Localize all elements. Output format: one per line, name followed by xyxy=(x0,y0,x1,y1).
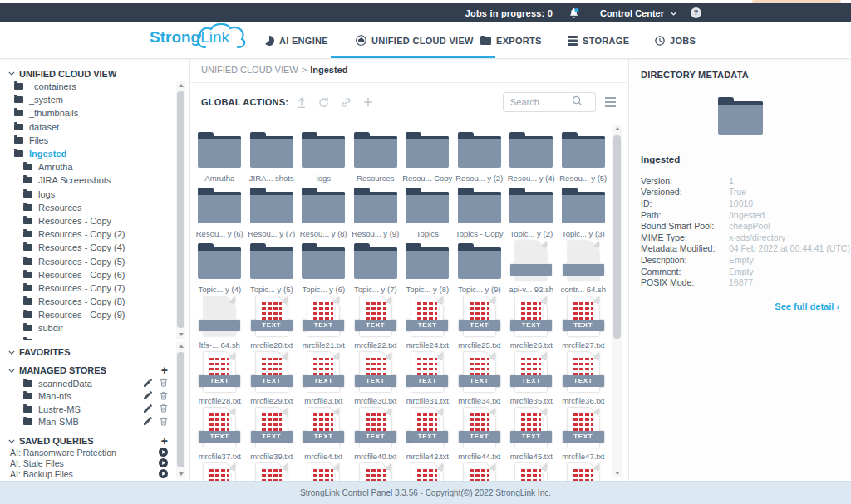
grid-item-resou-y-2[interactable]: Resou... y (2) xyxy=(454,130,506,185)
grid-item-topic-y-9[interactable]: Topic... y (9) xyxy=(454,241,506,296)
sidebar-item-amrutha[interactable]: Amrutha xyxy=(0,160,189,174)
grid-item-mrcfile45-txt[interactable]: TEXTmrcfile45.txt xyxy=(505,408,558,463)
edit-icon[interactable] xyxy=(144,417,152,427)
grid-item-mrcfile27-txt[interactable]: TEXTmrcfile27.txt xyxy=(558,296,610,352)
grid-item-resou-y-9[interactable]: Resou... y (9) xyxy=(350,185,402,241)
grid-item-topic-y-6[interactable]: Topic... y (6) xyxy=(298,241,350,296)
managed-store-scanneddata[interactable]: scannedData xyxy=(0,377,189,390)
grid-item-mrcfile25-txt[interactable]: TEXTmrcfile25.txt xyxy=(454,296,506,352)
sidebar-item-files[interactable]: Files xyxy=(0,134,189,147)
edit-icon[interactable] xyxy=(144,404,152,414)
sidebar-item-resources[interactable]: Resources xyxy=(0,201,189,214)
sidebar-item-resources-copy-7[interactable]: Resources - Copy (7) xyxy=(0,281,189,295)
grid-item-contr-64-sh[interactable]: contr... 64.sh xyxy=(558,241,610,296)
sidebar-item-resources-copy-8[interactable]: Resources - Copy (8) xyxy=(0,295,189,308)
grid-item-mrcfile4-txt[interactable]: TEXTmrcfile4.txt xyxy=(298,408,350,463)
sidebar-section-unified-cloud-view[interactable]: UNIFIED CLOUD VIEW xyxy=(0,58,189,80)
chevron-down-icon[interactable] xyxy=(670,11,677,16)
grid-item-mrcfile47-txt[interactable]: TEXTmrcfile47.txt xyxy=(558,408,610,463)
add-icon[interactable] xyxy=(363,97,373,107)
breadcrumb-root[interactable]: UNIFIED CLOUD VIEW xyxy=(201,65,298,75)
grid-item-mrcfile3-txt[interactable]: TEXTmrcfile3.txt xyxy=(298,352,350,408)
grid-item-mrcfile29-txt[interactable]: TEXTmrcfile29.txt xyxy=(246,352,298,408)
grid-item-mrcfile35-txt[interactable]: TEXTmrcfile35.txt xyxy=(505,352,558,408)
edit-icon[interactable] xyxy=(144,379,152,389)
sidebar-item-system[interactable]: _system xyxy=(0,93,189,106)
grid-item-topics[interactable]: Topics xyxy=(401,185,454,241)
sidebar-section-saved-queries[interactable]: SAVED QUERIES + xyxy=(0,428,189,447)
grid-item-partial[interactable]: TEXT xyxy=(558,463,610,482)
grid-item-topic-y-3[interactable]: Topic... y (3) xyxy=(558,185,610,241)
link-icon[interactable] xyxy=(341,97,352,108)
saved-query-ai-ransomware-protection[interactable]: AI: Ransomware Protection xyxy=(0,447,189,458)
grid-item-resources[interactable]: Resources xyxy=(350,130,402,185)
grid-item-mrcfile22-txt[interactable]: TEXTmrcfile22.txt xyxy=(350,296,402,352)
grid-scrollbar[interactable] xyxy=(612,125,622,477)
grid-item-resou-y-8[interactable]: Resou... y (8) xyxy=(298,185,350,241)
grid-item-api-v-92-sh[interactable]: api-v... 92.sh xyxy=(505,241,558,296)
managed-store-man-smb[interactable]: Man-SMB xyxy=(0,416,189,429)
run-query-icon[interactable] xyxy=(159,458,168,467)
delete-icon[interactable] xyxy=(160,417,168,428)
grid-item-partial[interactable]: TEXT xyxy=(350,463,402,482)
grid-item-resou-copy[interactable]: Resou... Copy xyxy=(401,130,454,185)
grid-item-mrcfile26-txt[interactable]: TEXTmrcfile26.txt xyxy=(505,296,558,352)
delete-icon[interactable] xyxy=(160,378,168,389)
grid-item-partial[interactable]: TEXT xyxy=(454,463,506,482)
see-full-detail-link[interactable]: See full detail › xyxy=(775,301,839,311)
grid-item-mrcfile30-txt[interactable]: TEXTmrcfile30.txt xyxy=(350,352,402,408)
grid-item-partial[interactable]: TEXT xyxy=(401,463,454,482)
bell-icon[interactable] xyxy=(568,7,580,19)
edit-icon[interactable] xyxy=(144,391,152,401)
grid-item-partial[interactable]: TEXT xyxy=(246,463,298,482)
sidebar-item-resources-copy[interactable]: Resources - Copy xyxy=(0,214,189,228)
sidebar-lower-scrollbar[interactable] xyxy=(176,342,185,478)
upload-icon[interactable] xyxy=(297,97,307,108)
grid-item-mrcfile36-txt[interactable]: TEXTmrcfile36.txt xyxy=(558,352,610,408)
grid-item-partial[interactable]: TEXT xyxy=(194,463,246,482)
tab-ai-engine[interactable]: AI ENGINE xyxy=(264,22,328,58)
search-icon[interactable] xyxy=(572,95,583,110)
managed-store-man-nfs[interactable]: Man-nfs xyxy=(0,390,189,404)
grid-item-topic-y-7[interactable]: Topic... y (7) xyxy=(350,241,402,296)
sidebar-item-resources-copy-4[interactable]: Resources - Copy (4) xyxy=(0,241,189,254)
saved-query-ai-backup-files[interactable]: AI: Backup Files xyxy=(0,468,189,479)
sidebar-item-jira-screenshots[interactable]: JIRA Screenshots xyxy=(0,174,189,187)
run-query-icon[interactable] xyxy=(159,469,168,478)
sidebar-item-thumbnails[interactable]: _thumbnails xyxy=(0,106,189,120)
delete-icon[interactable] xyxy=(160,391,168,402)
sidebar-item-containers[interactable]: _containers xyxy=(0,80,189,93)
grid-item-topic-y-2[interactable]: Topic... y (2) xyxy=(505,185,558,241)
tab-unified-cloud-view[interactable]: UNIFIED CLOUD VIEW xyxy=(356,22,474,58)
grid-item-resou-y-5[interactable]: Resou... y (5) xyxy=(558,130,610,185)
grid-item-resou-y-6[interactable]: Resou... y (6) xyxy=(194,185,246,241)
grid-item-resou-y-4[interactable]: Resou... y (4) xyxy=(505,130,558,185)
add-saved-query-button[interactable]: + xyxy=(161,437,168,445)
grid-item-topic-y-8[interactable]: Topic... y (8) xyxy=(401,241,454,296)
grid-item-mrcfile20-txt[interactable]: TEXTmrcfile20.txt xyxy=(246,296,298,352)
sidebar-item-logs[interactable]: logs xyxy=(0,188,189,201)
saved-query-ai-stale-files[interactable]: AI: Stale Files xyxy=(0,458,189,468)
grid-item-mrcfile44-txt[interactable]: TEXTmrcfile44.txt xyxy=(454,408,506,463)
grid-item-mrcfile34-txt[interactable]: TEXTmrcfile34.txt xyxy=(454,352,506,408)
tab-storage[interactable]: STORAGE xyxy=(568,22,629,58)
tab-exports[interactable]: EXPORTS xyxy=(480,22,542,58)
tab-jobs[interactable]: JOBS xyxy=(655,22,696,58)
sidebar-item-ingested[interactable]: Ingested xyxy=(0,147,189,160)
add-managed-store-button[interactable]: + xyxy=(161,366,168,374)
sidebar-item-resources-copy-5[interactable]: Resources - Copy (5) xyxy=(0,254,189,267)
sidebar-item-clipped[interactable] xyxy=(0,335,189,340)
grid-item-mrcfile37-txt[interactable]: TEXTmrcfile37.txt xyxy=(194,408,246,463)
delete-icon[interactable] xyxy=(160,404,168,414)
grid-item-topics-copy[interactable]: Topics - Copy xyxy=(454,185,506,241)
refresh-icon[interactable] xyxy=(318,97,329,108)
grid-item-amrutha[interactable]: Amrutha xyxy=(194,130,246,185)
sidebar-item-resources-copy-6[interactable]: Resources - Copy (6) xyxy=(0,268,189,281)
help-icon[interactable]: ? xyxy=(691,7,701,18)
search-input[interactable] xyxy=(509,96,572,108)
grid-item-mrcfile42-txt[interactable]: TEXTmrcfile42.txt xyxy=(401,408,454,463)
grid-item-resou-y-7[interactable]: Resou... y (7) xyxy=(246,185,298,241)
grid-item-mrcfile39-txt[interactable]: TEXTmrcfile39.txt xyxy=(246,408,298,463)
grid-item-topic-y-4[interactable]: Topic... y (4) xyxy=(194,241,246,296)
grid-item-mrcfile21-txt[interactable]: TEXTmrcfile21.txt xyxy=(298,296,350,352)
